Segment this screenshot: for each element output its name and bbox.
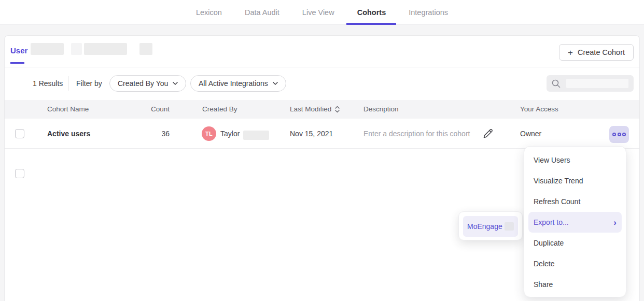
redacted-tab bbox=[139, 43, 152, 55]
redacted-tab bbox=[84, 43, 127, 55]
row-checkbox[interactable] bbox=[15, 129, 24, 138]
tab-data-audit[interactable]: Data Audit bbox=[245, 0, 279, 25]
menu-item-label: Delete bbox=[534, 253, 554, 274]
column-header-last-modified[interactable]: Last Modified bbox=[290, 105, 340, 113]
redacted-tab bbox=[31, 43, 64, 55]
search-input[interactable] bbox=[547, 75, 634, 92]
menu-item-view-users[interactable]: View Users bbox=[528, 150, 622, 170]
table-header-row: Cohort Name Count Created By Last Modifi… bbox=[5, 100, 639, 119]
column-header-count[interactable]: Count bbox=[129, 105, 170, 113]
menu-item-label: View Users bbox=[534, 150, 570, 170]
submenu-item-moengage[interactable]: MoEngage bbox=[463, 216, 518, 237]
table-row: Active users 36 TL Taylor Nov 15, 2021 E… bbox=[5, 119, 639, 149]
active-tab-underline bbox=[346, 23, 396, 25]
user-tab-underline bbox=[10, 62, 24, 64]
divider bbox=[68, 76, 68, 91]
filter-by-label: Filter by bbox=[76, 79, 102, 88]
menu-item-label: Visualize Trend bbox=[534, 170, 583, 191]
menu-item-label: Duplicate bbox=[534, 233, 564, 253]
top-navigation: Lexicon Data Audit Live View Cohorts Int… bbox=[0, 0, 644, 25]
create-cohort-label: Create Cohort bbox=[578, 48, 625, 56]
created-by-name: Taylor bbox=[220, 130, 240, 138]
last-modified-label: Last Modified bbox=[290, 105, 331, 113]
menu-item-duplicate[interactable]: Duplicate bbox=[528, 233, 622, 253]
created-by-filter-dropdown[interactable]: Created By You bbox=[109, 75, 186, 92]
column-header-description: Description bbox=[363, 105, 399, 113]
column-header-cohort-name[interactable]: Cohort Name bbox=[47, 105, 89, 113]
more-options-icon bbox=[612, 133, 616, 136]
menu-item-refresh-count[interactable]: Refresh Count bbox=[528, 191, 622, 212]
menu-item-label: Refresh Count bbox=[534, 191, 580, 212]
integrations-filter-value: All Active Integrations bbox=[199, 79, 268, 88]
redacted-tab bbox=[71, 43, 82, 55]
moengage-label: MoEngage bbox=[467, 222, 502, 231]
created-by-filter-value: Created By You bbox=[118, 79, 168, 88]
export-submenu: MoEngage bbox=[458, 211, 523, 240]
menu-item-share[interactable]: Share bbox=[528, 274, 622, 295]
cohort-context-menu: View Users Visualize Trend Refresh Count… bbox=[524, 146, 626, 297]
tab-label: Data Audit bbox=[245, 8, 279, 17]
redacted-text bbox=[505, 222, 514, 231]
more-options-icon bbox=[618, 133, 621, 136]
redacted-search-text bbox=[566, 79, 628, 88]
sort-icon[interactable] bbox=[335, 106, 340, 113]
tab-live-view[interactable]: Live View bbox=[302, 0, 334, 25]
tab-label: Cohorts bbox=[357, 8, 386, 17]
chevron-right-icon: › bbox=[613, 218, 617, 227]
menu-item-label: Share bbox=[534, 274, 553, 295]
cohort-count: 36 bbox=[129, 130, 170, 138]
column-header-created-by[interactable]: Created By bbox=[202, 105, 237, 113]
tab-lexicon[interactable]: Lexicon bbox=[196, 0, 222, 25]
chevron-down-icon bbox=[273, 82, 278, 85]
description-placeholder[interactable]: Enter a description for this cohort bbox=[363, 130, 470, 138]
tab-cohorts[interactable]: Cohorts bbox=[357, 0, 386, 25]
avatar: TL bbox=[202, 126, 216, 141]
edit-description-icon[interactable] bbox=[482, 127, 494, 140]
tabs-divider bbox=[5, 67, 639, 67]
select-all-checkbox[interactable] bbox=[15, 169, 24, 178]
row-actions-button[interactable] bbox=[609, 126, 629, 143]
menu-item-export-to[interactable]: Export to... › bbox=[528, 212, 622, 233]
menu-item-delete[interactable]: Delete bbox=[528, 253, 622, 274]
cohort-name-link[interactable]: Active users bbox=[47, 130, 90, 138]
tab-integrations[interactable]: Integrations bbox=[409, 0, 448, 25]
column-header-your-access: Your Access bbox=[520, 105, 558, 113]
tab-user-cohorts[interactable]: User bbox=[10, 46, 27, 55]
tab-label: Lexicon bbox=[196, 8, 222, 17]
tab-label: Integrations bbox=[409, 8, 448, 17]
plus-icon: + bbox=[568, 48, 573, 57]
last-modified-date: Nov 15, 2021 bbox=[290, 130, 333, 138]
menu-item-visualize-trend[interactable]: Visualize Trend bbox=[528, 170, 622, 191]
chevron-down-icon bbox=[173, 82, 178, 85]
integrations-filter-dropdown[interactable]: All Active Integrations bbox=[190, 75, 286, 92]
access-level: Owner bbox=[520, 130, 541, 138]
more-options-icon bbox=[622, 133, 626, 136]
search-icon bbox=[551, 79, 561, 89]
tab-label: Live View bbox=[302, 8, 334, 17]
results-count: 1 Results bbox=[33, 79, 63, 88]
menu-item-label: Export to... bbox=[534, 212, 569, 233]
redacted-creator-surname bbox=[243, 131, 269, 140]
create-cohort-button[interactable]: + Create Cohort bbox=[559, 44, 634, 61]
